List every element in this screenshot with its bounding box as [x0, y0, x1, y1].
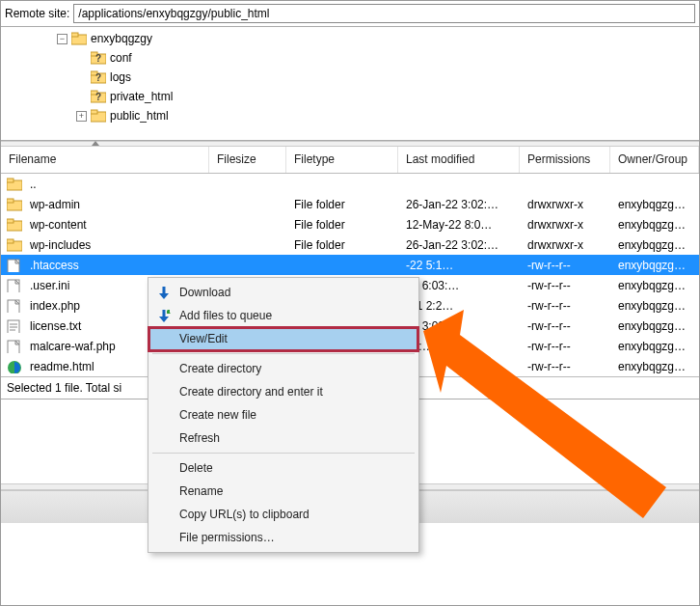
file-permissions: -rw-r--r--	[520, 319, 610, 333]
file-permissions: -rw-r--r--	[520, 259, 610, 272]
menu-item-label: Refresh	[179, 431, 220, 445]
file-modified: 26-Jan-22 3:02:…	[398, 198, 520, 211]
file-modified: 26-Jan-22 3:02:…	[398, 238, 520, 252]
unknown-folder-icon: ?	[91, 90, 106, 103]
file-permissions: -rw-r--r--	[520, 299, 610, 313]
folder-icon	[7, 218, 22, 232]
file-type: File folder	[286, 218, 398, 232]
col-owner[interactable]: Owner/Group	[610, 147, 699, 173]
menu-item-file-permissions[interactable]: File permissions…	[150, 526, 417, 549]
svg-text:?: ?	[95, 92, 101, 102]
menu-item-label: File permissions…	[179, 531, 275, 544]
table-row[interactable]: wp-contentFile folder12-May-22 8:0…drwxr…	[1, 214, 699, 234]
pane-splitter[interactable]	[1, 141, 699, 147]
file-owner: enxybqgzgy…	[610, 319, 699, 333]
svg-rect-12	[91, 110, 97, 114]
menu-item-label: Add files to queue	[179, 309, 272, 322]
menu-item-label: Create directory	[179, 362, 261, 375]
col-permissions[interactable]: Permissions	[520, 147, 610, 173]
file-modified: 12-May-22 8:0…	[398, 218, 520, 232]
tree-expand-icon[interactable]: +	[76, 111, 87, 122]
file-permissions: -rw-r--r--	[520, 360, 610, 373]
file-icon	[7, 279, 22, 292]
menu-item-label: Rename	[179, 484, 223, 498]
tree-node[interactable]: ?conf	[1, 48, 699, 68]
table-row[interactable]: ..	[1, 174, 699, 194]
menu-item-add-files-to-queue[interactable]: Add files to queue	[150, 304, 417, 327]
context-menu[interactable]: DownloadAdd files to queueView/EditCreat…	[148, 277, 419, 553]
file-owner: enxybqgzgy…	[610, 218, 699, 232]
file-name: malcare-waf.php	[30, 340, 116, 353]
menu-item-label: Delete	[179, 461, 213, 475]
file-permissions: drwxrwxr-x	[520, 198, 610, 211]
file-text-icon	[7, 319, 22, 333]
tree-spacer	[76, 72, 87, 83]
menu-item-refresh[interactable]: Refresh	[150, 427, 417, 450]
file-owner: enxybqgzgy…	[610, 259, 699, 272]
folder-icon	[71, 32, 87, 45]
file-owner: enxybqgzgy…	[610, 238, 699, 252]
table-row[interactable]: wp-includesFile folder26-Jan-22 3:02:…dr…	[1, 234, 699, 255]
menu-item-view-edit[interactable]: View/Edit	[150, 327, 417, 350]
svg-rect-14	[7, 179, 13, 182]
svg-rect-20	[7, 239, 13, 243]
file-name: wp-includes	[30, 238, 91, 252]
file-modified: -22 5:1…	[398, 259, 520, 272]
menu-item-create-new-file[interactable]: Create new file	[150, 403, 417, 427]
tree-node[interactable]: +public_html	[1, 106, 699, 125]
svg-text:?: ?	[95, 53, 101, 64]
file-permissions: drwxrwxr-x	[520, 238, 610, 252]
remote-tree[interactable]: − enxybqgzgy ?conf?logs?private_html+pub…	[1, 27, 699, 141]
file-owner: enxybqgzgy…	[610, 360, 699, 373]
menu-separator	[152, 353, 415, 354]
col-filename[interactable]: Filename	[1, 147, 209, 173]
tree-node-label[interactable]: logs	[110, 70, 131, 84]
remote-site-bar: Remote site:	[1, 1, 699, 27]
tree-node-label[interactable]: public_html	[110, 109, 169, 123]
remote-site-label: Remote site:	[5, 7, 69, 20]
menu-item-label: View/Edit	[179, 332, 228, 345]
file-name: index.php	[30, 299, 80, 313]
edge-icon	[7, 360, 22, 373]
folder-icon	[7, 238, 22, 252]
file-type: File folder	[286, 238, 398, 252]
menu-item-label: Download	[179, 286, 230, 299]
tree-node[interactable]: ?private_html	[1, 87, 699, 106]
menu-item-create-directory-and-enter-it[interactable]: Create directory and enter it	[150, 380, 417, 403]
menu-item-download[interactable]: Download	[150, 281, 417, 304]
svg-rect-16	[7, 199, 13, 203]
file-permissions: -rw-r--r--	[520, 279, 610, 292]
tree-node-label[interactable]: enxybqgzgy	[91, 32, 152, 45]
menu-item-delete[interactable]: Delete	[150, 456, 417, 480]
remote-path-input[interactable]	[73, 4, 695, 23]
tree-node[interactable]: ?logs	[1, 68, 699, 87]
unknown-folder-icon: ?	[91, 51, 106, 65]
col-filesize[interactable]: Filesize	[209, 147, 286, 173]
svg-rect-18	[7, 219, 13, 223]
svg-marker-35	[159, 293, 169, 299]
menu-item-create-directory[interactable]: Create directory	[150, 357, 417, 380]
file-name: ..	[30, 178, 37, 191]
col-filetype[interactable]: Filetype	[286, 147, 398, 173]
col-modified[interactable]: Last modified	[398, 147, 520, 173]
menu-item-copy-url-s-to-clipboard[interactable]: Copy URL(s) to clipboard	[150, 503, 417, 526]
file-owner: enxybqgzgy…	[610, 299, 699, 313]
tree-node-label[interactable]: conf	[110, 51, 132, 65]
table-row[interactable]: wp-adminFile folder26-Jan-22 3:02:…drwxr…	[1, 194, 699, 214]
tree-spacer	[76, 92, 87, 102]
menu-item-label: Copy URL(s) to clipboard	[179, 508, 310, 521]
file-permissions: drwxrwxr-x	[520, 218, 610, 232]
file-owner: enxybqgzgy…	[610, 340, 699, 353]
tree-collapse-icon[interactable]: −	[57, 34, 67, 44]
dl-icon	[156, 285, 172, 300]
tree-spacer	[76, 53, 87, 64]
file-icon	[7, 340, 22, 353]
file-icon	[7, 299, 22, 313]
file-name: wp-content	[30, 218, 87, 232]
file-grid-header: Filename Filesize Filetype Last modified…	[1, 147, 699, 174]
file-name: readme.html	[30, 360, 94, 373]
table-row[interactable]: .htaccess-22 5:1…-rw-r--r--enxybqgzgy…	[1, 255, 699, 275]
file-icon	[7, 259, 22, 272]
menu-item-rename[interactable]: Rename	[150, 480, 417, 503]
tree-node-label[interactable]: private_html	[110, 90, 173, 103]
